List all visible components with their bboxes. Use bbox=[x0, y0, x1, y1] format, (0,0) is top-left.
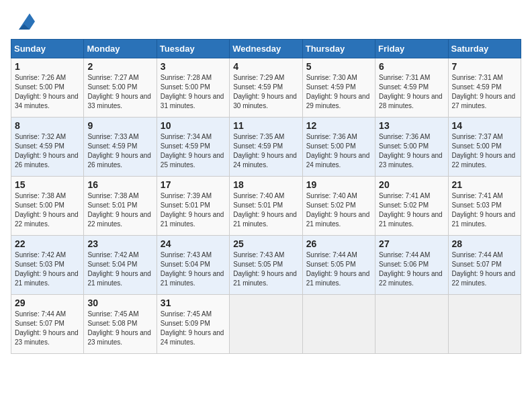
day-info: Sunrise: 7:36 AMSunset: 5:00 PMDaylight:… bbox=[379, 133, 443, 169]
day-cell: 12 Sunrise: 7:36 AMSunset: 5:00 PMDaylig… bbox=[302, 118, 375, 177]
day-number: 31 bbox=[161, 298, 226, 308]
day-info: Sunrise: 7:42 AMSunset: 5:04 PMDaylight:… bbox=[87, 251, 151, 287]
day-info: Sunrise: 7:44 AMSunset: 5:05 PMDaylight:… bbox=[306, 251, 370, 287]
day-info: Sunrise: 7:32 AMSunset: 4:59 PMDaylight:… bbox=[15, 133, 79, 169]
day-number: 29 bbox=[15, 298, 80, 308]
day-number: 25 bbox=[233, 238, 298, 249]
day-number: 5 bbox=[306, 61, 371, 72]
day-cell bbox=[375, 295, 448, 354]
day-cell: 23 Sunrise: 7:42 AMSunset: 5:04 PMDaylig… bbox=[84, 236, 157, 295]
day-number: 18 bbox=[233, 179, 298, 190]
day-cell: 1 Sunrise: 7:26 AMSunset: 5:00 PMDayligh… bbox=[11, 58, 84, 118]
day-info: Sunrise: 7:31 AMSunset: 4:59 PMDaylight:… bbox=[379, 74, 443, 109]
day-cell: 15 Sunrise: 7:38 AMSunset: 5:00 PMDaylig… bbox=[11, 177, 84, 236]
day-cell: 8 Sunrise: 7:32 AMSunset: 4:59 PMDayligh… bbox=[11, 118, 84, 177]
day-number: 19 bbox=[306, 179, 371, 190]
day-number: 17 bbox=[161, 179, 226, 190]
day-cell: 3 Sunrise: 7:28 AMSunset: 5:00 PMDayligh… bbox=[157, 58, 229, 118]
day-cell bbox=[448, 295, 521, 354]
day-cell: 6 Sunrise: 7:31 AMSunset: 4:59 PMDayligh… bbox=[375, 58, 448, 118]
day-number: 11 bbox=[233, 120, 298, 131]
day-info: Sunrise: 7:29 AMSunset: 4:59 PMDaylight:… bbox=[233, 74, 297, 109]
day-info: Sunrise: 7:38 AMSunset: 5:01 PMDaylight:… bbox=[87, 192, 151, 228]
day-cell: 28 Sunrise: 7:44 AMSunset: 5:07 PMDaylig… bbox=[448, 236, 521, 295]
day-info: Sunrise: 7:43 AMSunset: 5:05 PMDaylight:… bbox=[233, 251, 297, 287]
day-cell: 2 Sunrise: 7:27 AMSunset: 5:00 PMDayligh… bbox=[84, 58, 157, 118]
day-info: Sunrise: 7:27 AMSunset: 5:00 PMDaylight:… bbox=[87, 74, 151, 109]
header-thursday: Thursday bbox=[302, 40, 375, 58]
day-number: 1 bbox=[15, 61, 80, 72]
header-saturday: Saturday bbox=[448, 40, 521, 58]
week-row-0: 1 Sunrise: 7:26 AMSunset: 5:00 PMDayligh… bbox=[11, 58, 521, 118]
day-cell: 19 Sunrise: 7:40 AMSunset: 5:02 PMDaylig… bbox=[302, 177, 375, 236]
day-number: 26 bbox=[306, 238, 371, 249]
day-info: Sunrise: 7:42 AMSunset: 5:03 PMDaylight:… bbox=[15, 251, 79, 287]
day-info: Sunrise: 7:40 AMSunset: 5:02 PMDaylight:… bbox=[306, 192, 370, 228]
logo-icon bbox=[13, 11, 35, 32]
day-cell: 16 Sunrise: 7:38 AMSunset: 5:01 PMDaylig… bbox=[84, 177, 157, 236]
header-wednesday: Wednesday bbox=[230, 40, 302, 58]
day-info: Sunrise: 7:41 AMSunset: 5:02 PMDaylight:… bbox=[379, 192, 443, 228]
day-cell: 11 Sunrise: 7:35 AMSunset: 4:59 PMDaylig… bbox=[230, 118, 302, 177]
day-info: Sunrise: 7:44 AMSunset: 5:06 PMDaylight:… bbox=[379, 251, 443, 287]
day-cell: 18 Sunrise: 7:40 AMSunset: 5:01 PMDaylig… bbox=[230, 177, 302, 236]
header-friday: Friday bbox=[375, 40, 448, 58]
day-info: Sunrise: 7:41 AMSunset: 5:03 PMDaylight:… bbox=[452, 192, 516, 228]
day-cell: 17 Sunrise: 7:39 AMSunset: 5:01 PMDaylig… bbox=[157, 177, 229, 236]
day-info: Sunrise: 7:35 AMSunset: 4:59 PMDaylight:… bbox=[233, 133, 297, 169]
day-cell: 9 Sunrise: 7:33 AMSunset: 4:59 PMDayligh… bbox=[84, 118, 157, 177]
day-info: Sunrise: 7:44 AMSunset: 5:07 PMDaylight:… bbox=[15, 310, 79, 346]
day-number: 15 bbox=[15, 179, 80, 190]
day-cell bbox=[302, 295, 375, 354]
day-info: Sunrise: 7:26 AMSunset: 5:00 PMDaylight:… bbox=[15, 74, 79, 109]
day-cell: 22 Sunrise: 7:42 AMSunset: 5:03 PMDaylig… bbox=[11, 236, 84, 295]
day-cell: 27 Sunrise: 7:44 AMSunset: 5:06 PMDaylig… bbox=[375, 236, 448, 295]
page-header bbox=[11, 11, 521, 32]
day-number: 12 bbox=[306, 120, 371, 131]
day-number: 14 bbox=[452, 120, 517, 131]
day-cell: 20 Sunrise: 7:41 AMSunset: 5:02 PMDaylig… bbox=[375, 177, 448, 236]
header-sunday: Sunday bbox=[11, 40, 84, 58]
week-row-3: 22 Sunrise: 7:42 AMSunset: 5:03 PMDaylig… bbox=[11, 236, 521, 295]
day-info: Sunrise: 7:45 AMSunset: 5:08 PMDaylight:… bbox=[87, 310, 151, 346]
day-info: Sunrise: 7:40 AMSunset: 5:01 PMDaylight:… bbox=[233, 192, 297, 228]
day-info: Sunrise: 7:34 AMSunset: 4:59 PMDaylight:… bbox=[161, 133, 224, 169]
day-number: 10 bbox=[161, 120, 226, 131]
day-info: Sunrise: 7:36 AMSunset: 5:00 PMDaylight:… bbox=[306, 133, 370, 169]
day-info: Sunrise: 7:33 AMSunset: 4:59 PMDaylight:… bbox=[87, 133, 151, 169]
day-cell: 10 Sunrise: 7:34 AMSunset: 4:59 PMDaylig… bbox=[157, 118, 229, 177]
day-number: 3 bbox=[161, 61, 226, 72]
day-number: 4 bbox=[233, 61, 298, 72]
calendar-table: SundayMondayTuesdayWednesdayThursdayFrid… bbox=[11, 39, 521, 354]
day-cell: 24 Sunrise: 7:43 AMSunset: 5:04 PMDaylig… bbox=[157, 236, 229, 295]
day-info: Sunrise: 7:37 AMSunset: 5:00 PMDaylight:… bbox=[452, 133, 516, 169]
calendar-body: 1 Sunrise: 7:26 AMSunset: 5:00 PMDayligh… bbox=[11, 58, 521, 354]
day-number: 28 bbox=[452, 238, 517, 249]
day-info: Sunrise: 7:45 AMSunset: 5:09 PMDaylight:… bbox=[161, 310, 224, 346]
logo bbox=[11, 11, 35, 32]
day-info: Sunrise: 7:39 AMSunset: 5:01 PMDaylight:… bbox=[161, 192, 224, 228]
day-cell: 30 Sunrise: 7:45 AMSunset: 5:08 PMDaylig… bbox=[84, 295, 157, 354]
day-number: 30 bbox=[87, 298, 152, 308]
day-info: Sunrise: 7:31 AMSunset: 4:59 PMDaylight:… bbox=[452, 74, 516, 109]
day-cell: 25 Sunrise: 7:43 AMSunset: 5:05 PMDaylig… bbox=[230, 236, 302, 295]
day-number: 9 bbox=[87, 120, 152, 131]
week-row-4: 29 Sunrise: 7:44 AMSunset: 5:07 PMDaylig… bbox=[11, 295, 521, 354]
day-number: 21 bbox=[452, 179, 517, 190]
day-cell: 14 Sunrise: 7:37 AMSunset: 5:00 PMDaylig… bbox=[448, 118, 521, 177]
day-info: Sunrise: 7:30 AMSunset: 4:59 PMDaylight:… bbox=[306, 74, 370, 109]
day-number: 20 bbox=[379, 179, 444, 190]
week-row-1: 8 Sunrise: 7:32 AMSunset: 4:59 PMDayligh… bbox=[11, 118, 521, 177]
header-monday: Monday bbox=[84, 40, 157, 58]
day-number: 13 bbox=[379, 120, 444, 131]
day-number: 7 bbox=[452, 61, 517, 72]
day-info: Sunrise: 7:38 AMSunset: 5:00 PMDaylight:… bbox=[15, 192, 79, 228]
day-number: 27 bbox=[379, 238, 444, 249]
day-info: Sunrise: 7:43 AMSunset: 5:04 PMDaylight:… bbox=[161, 251, 224, 287]
day-number: 16 bbox=[87, 179, 152, 190]
day-cell: 26 Sunrise: 7:44 AMSunset: 5:05 PMDaylig… bbox=[302, 236, 375, 295]
day-cell: 4 Sunrise: 7:29 AMSunset: 4:59 PMDayligh… bbox=[230, 58, 302, 118]
day-cell: 5 Sunrise: 7:30 AMSunset: 4:59 PMDayligh… bbox=[302, 58, 375, 118]
day-number: 22 bbox=[15, 238, 80, 249]
day-number: 23 bbox=[87, 238, 152, 249]
